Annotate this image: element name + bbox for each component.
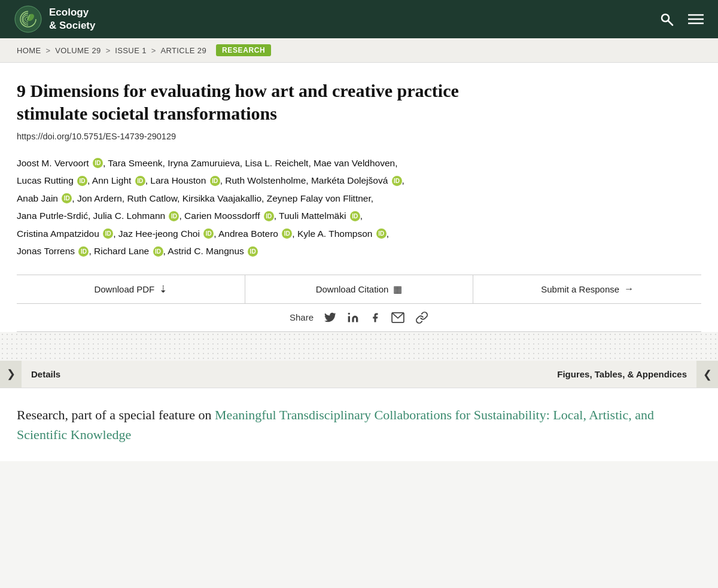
orcid-light: ID — [135, 176, 145, 186]
author-rutting[interactable]: Lucas Rutting — [17, 175, 74, 185]
author-catlow[interactable]: Ruth Catlow — [127, 193, 177, 203]
orcid-vervoort: ID — [93, 158, 103, 168]
logo[interactable]: Ecology& Society — [14, 5, 95, 33]
orcid-rutting: ID — [77, 176, 87, 186]
main-content: 9 Dimensions for evaluating how art and … — [0, 63, 718, 332]
share-linkedin-button[interactable] — [347, 312, 359, 324]
hamburger-icon — [688, 13, 704, 25]
download-pdf-icon: ⇣ — [159, 284, 167, 295]
orcid-torrens: ID — [78, 246, 89, 257]
breadcrumb-sep-2: > — [106, 46, 111, 55]
search-icon — [659, 12, 674, 26]
share-label: Share — [290, 312, 314, 322]
download-citation-icon: ▦ — [393, 284, 402, 295]
action-buttons: Download PDF ⇣ Download Citation ▦ Submi… — [17, 275, 701, 304]
orcid-mangnus: ID — [248, 246, 258, 257]
orcid-houston: ID — [210, 176, 220, 186]
author-botero[interactable]: Andrea Botero — [218, 229, 278, 239]
svg-line-2 — [668, 21, 673, 25]
tab-figures[interactable]: Figures, Tables, & Appendices — [557, 361, 687, 388]
download-pdf-button[interactable]: Download PDF ⇣ — [17, 275, 245, 303]
download-pdf-label: Download PDF — [94, 284, 154, 294]
breadcrumb-issue[interactable]: ISSUE 1 — [115, 46, 147, 55]
share-link-button[interactable] — [415, 311, 428, 324]
author-veldhoven[interactable]: Mae van Veldhoven — [314, 158, 395, 168]
svg-point-6 — [348, 312, 350, 314]
tab-details[interactable]: Details — [31, 361, 60, 388]
header-icons — [659, 12, 704, 26]
nav-panel: ❯ Details Figures, Tables, & Appendices … — [0, 361, 718, 388]
facebook-icon — [370, 312, 381, 324]
breadcrumb-sep-1: > — [46, 46, 51, 55]
orcid-ampatzidou: ID — [103, 229, 113, 239]
author-vervoort[interactable]: Joost M. Vervoort — [17, 158, 89, 168]
author-putrleSrdic[interactable]: Jana Putrle-Srdić — [17, 211, 88, 221]
orcid-moossdorff: ID — [264, 211, 274, 221]
details-section: Research, part of a special feature on M… — [0, 388, 718, 461]
twitter-icon — [324, 312, 336, 323]
article-title: 9 Dimensions for evaluating how art and … — [17, 80, 507, 124]
author-reichelt[interactable]: Lisa L. Reichelt — [245, 158, 308, 168]
submit-response-label: Submit a Response — [541, 284, 619, 294]
orcid-mattelmaki: ID — [350, 211, 360, 221]
search-button[interactable] — [659, 12, 674, 26]
author-ampatzidou[interactable]: Cristina Ampatzidou — [17, 229, 99, 239]
author-zamuruieva[interactable]: Iryna Zamuruieva — [168, 158, 240, 168]
orcid-thompson: ID — [376, 229, 387, 239]
submit-response-icon: → — [624, 284, 634, 294]
article-doi[interactable]: https://doi.org/10.5751/ES-14739-290129 — [17, 132, 701, 141]
author-light[interactable]: Ann Light — [92, 175, 132, 185]
logo-text: Ecology& Society — [49, 6, 95, 32]
author-ardern[interactable]: Jon Ardern — [77, 193, 122, 203]
orcid-dolejsova: ID — [392, 176, 402, 186]
breadcrumb-home[interactable]: HOME — [17, 46, 41, 55]
nav-arrow-right[interactable]: ❯ — [696, 361, 718, 388]
author-smeenk[interactable]: Tara Smeenk — [108, 158, 162, 168]
author-torrens[interactable]: Jonas Torrens — [17, 246, 75, 256]
linkedin-icon — [347, 312, 359, 324]
dots-separator-2 — [0, 346, 718, 361]
research-badge: RESEARCH — [216, 44, 271, 56]
special-feature-text: Research, part of a special feature on M… — [17, 405, 701, 444]
orcid-botero: ID — [282, 229, 292, 239]
download-citation-label: Download Citation — [316, 284, 389, 294]
author-mattelmaki[interactable]: Tuuli Mattelmäki — [279, 211, 346, 221]
author-dolejsova[interactable]: Markéta Dolejšová — [311, 175, 388, 185]
share-bar: Share — [17, 304, 701, 332]
author-lane[interactable]: Richard Lane — [94, 246, 149, 256]
authors-block: Joost M. Vervoort ID, Tara Smeenk, Iryna… — [17, 154, 701, 260]
author-vonflittner[interactable]: Zeynep Falay von Flittner — [267, 193, 371, 203]
breadcrumb-sep-3: > — [151, 46, 156, 55]
author-houston[interactable]: Lara Houston — [150, 175, 206, 185]
breadcrumb: HOME > VOLUME 29 > ISSUE 1 > ARTICLE 29 … — [0, 38, 718, 63]
author-lohmann[interactable]: Julia C. Lohmann — [93, 211, 166, 221]
author-vaajakallio[interactable]: Kirsikka Vaajakallio — [182, 193, 261, 203]
author-thompson[interactable]: Kyle A. Thompson — [297, 229, 373, 239]
breadcrumb-article[interactable]: ARTICLE 29 — [160, 46, 206, 55]
share-facebook-button[interactable] — [370, 312, 381, 324]
author-choi[interactable]: Jaz Hee-jeong Choi — [118, 229, 200, 239]
author-moossdorff[interactable]: Carien Moossdorff — [184, 211, 260, 221]
share-email-button[interactable] — [391, 312, 404, 323]
author-wolstenholme[interactable]: Ruth Wolstenholme — [225, 175, 306, 185]
dots-separator-1 — [0, 332, 718, 346]
share-twitter-button[interactable] — [324, 312, 336, 323]
logo-icon — [14, 5, 42, 33]
site-header: Ecology& Society — [0, 0, 718, 38]
nav-arrow-left[interactable]: ❯ — [0, 361, 22, 388]
email-icon — [391, 312, 404, 323]
menu-button[interactable] — [688, 13, 704, 25]
submit-response-button[interactable]: Submit a Response → — [473, 275, 701, 303]
nav-tabs: Details Figures, Tables, & Appendices — [22, 361, 696, 388]
download-citation-button[interactable]: Download Citation ▦ — [245, 275, 474, 303]
orcid-jain: ID — [62, 193, 72, 203]
link-icon — [415, 311, 428, 324]
special-feature-intro: Research, part of a special feature on — [17, 407, 212, 422]
author-mangnus[interactable]: Astrid C. Mangnus — [168, 246, 244, 256]
orcid-lane: ID — [153, 246, 163, 257]
orcid-choi: ID — [203, 229, 214, 239]
author-jain[interactable]: Anab Jain — [17, 193, 58, 203]
orcid-lohmann: ID — [169, 211, 179, 221]
breadcrumb-volume[interactable]: VOLUME 29 — [55, 46, 101, 55]
